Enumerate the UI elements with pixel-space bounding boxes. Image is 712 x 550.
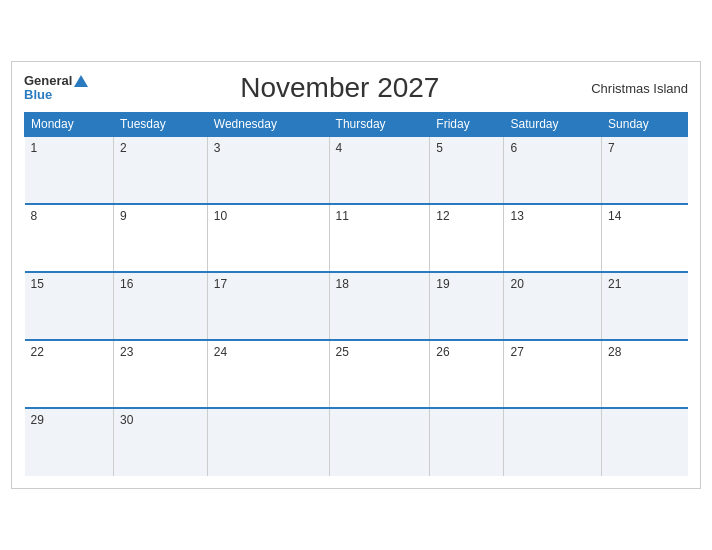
- logo-blue-text: Blue: [24, 88, 88, 102]
- day-number: 8: [31, 209, 38, 223]
- calendar-day-cell: 7: [602, 136, 688, 204]
- calendar-body: 1234567891011121314151617181920212223242…: [25, 136, 688, 476]
- col-saturday: Saturday: [504, 113, 602, 137]
- calendar-day-cell: 20: [504, 272, 602, 340]
- day-number: 6: [510, 141, 517, 155]
- calendar-day-cell: 12: [430, 204, 504, 272]
- calendar-day-cell: 15: [25, 272, 114, 340]
- calendar-day-cell: [329, 408, 430, 476]
- day-number: 12: [436, 209, 449, 223]
- day-number: 15: [31, 277, 44, 291]
- calendar-day-cell: 30: [114, 408, 208, 476]
- day-number: 16: [120, 277, 133, 291]
- day-number: 5: [436, 141, 443, 155]
- day-number: 4: [336, 141, 343, 155]
- calendar-day-cell: 8: [25, 204, 114, 272]
- calendar-day-cell: 29: [25, 408, 114, 476]
- month-title: November 2027: [240, 72, 439, 104]
- calendar-day-cell: 23: [114, 340, 208, 408]
- day-number: 20: [510, 277, 523, 291]
- day-number: 21: [608, 277, 621, 291]
- calendar-day-cell: [430, 408, 504, 476]
- calendar-day-cell: 26: [430, 340, 504, 408]
- col-monday: Monday: [25, 113, 114, 137]
- day-number: 22: [31, 345, 44, 359]
- calendar-week-row: 15161718192021: [25, 272, 688, 340]
- calendar-table: Monday Tuesday Wednesday Thursday Friday…: [24, 112, 688, 476]
- col-tuesday: Tuesday: [114, 113, 208, 137]
- calendar-day-cell: 3: [207, 136, 329, 204]
- calendar-day-cell: 6: [504, 136, 602, 204]
- calendar-day-cell: [602, 408, 688, 476]
- col-friday: Friday: [430, 113, 504, 137]
- calendar-week-row: 2930: [25, 408, 688, 476]
- col-wednesday: Wednesday: [207, 113, 329, 137]
- calendar-day-cell: 13: [504, 204, 602, 272]
- day-number: 11: [336, 209, 349, 223]
- calendar-day-cell: 10: [207, 204, 329, 272]
- day-number: 13: [510, 209, 523, 223]
- calendar-week-row: 891011121314: [25, 204, 688, 272]
- calendar-week-row: 1234567: [25, 136, 688, 204]
- calendar-day-cell: 5: [430, 136, 504, 204]
- calendar-container: General Blue November 2027 Christmas Isl…: [11, 61, 701, 489]
- calendar-day-cell: 19: [430, 272, 504, 340]
- day-number: 25: [336, 345, 349, 359]
- calendar-day-cell: 16: [114, 272, 208, 340]
- calendar-header: General Blue November 2027 Christmas Isl…: [24, 72, 688, 104]
- col-sunday: Sunday: [602, 113, 688, 137]
- calendar-day-cell: 18: [329, 272, 430, 340]
- calendar-day-cell: 21: [602, 272, 688, 340]
- logo-triangle-icon: [74, 75, 88, 87]
- day-number: 30: [120, 413, 133, 427]
- calendar-header-row: Monday Tuesday Wednesday Thursday Friday…: [25, 113, 688, 137]
- day-number: 1: [31, 141, 38, 155]
- day-number: 9: [120, 209, 127, 223]
- calendar-day-cell: 14: [602, 204, 688, 272]
- day-number: 17: [214, 277, 227, 291]
- day-number: 10: [214, 209, 227, 223]
- day-number: 3: [214, 141, 221, 155]
- calendar-day-cell: 4: [329, 136, 430, 204]
- logo-general-text: General: [24, 74, 72, 88]
- calendar-day-cell: 9: [114, 204, 208, 272]
- col-thursday: Thursday: [329, 113, 430, 137]
- day-number: 27: [510, 345, 523, 359]
- calendar-day-cell: 25: [329, 340, 430, 408]
- calendar-day-cell: 22: [25, 340, 114, 408]
- calendar-day-cell: [504, 408, 602, 476]
- calendar-day-cell: 24: [207, 340, 329, 408]
- day-number: 2: [120, 141, 127, 155]
- region-label: Christmas Island: [591, 81, 688, 96]
- calendar-day-cell: [207, 408, 329, 476]
- day-number: 7: [608, 141, 615, 155]
- day-number: 18: [336, 277, 349, 291]
- calendar-week-row: 22232425262728: [25, 340, 688, 408]
- calendar-day-cell: 1: [25, 136, 114, 204]
- logo: General Blue: [24, 74, 88, 103]
- day-number: 29: [31, 413, 44, 427]
- calendar-day-cell: 28: [602, 340, 688, 408]
- calendar-day-cell: 27: [504, 340, 602, 408]
- calendar-day-cell: 11: [329, 204, 430, 272]
- day-number: 24: [214, 345, 227, 359]
- day-number: 26: [436, 345, 449, 359]
- calendar-day-cell: 17: [207, 272, 329, 340]
- day-number: 14: [608, 209, 621, 223]
- calendar-day-cell: 2: [114, 136, 208, 204]
- day-number: 28: [608, 345, 621, 359]
- day-number: 19: [436, 277, 449, 291]
- day-number: 23: [120, 345, 133, 359]
